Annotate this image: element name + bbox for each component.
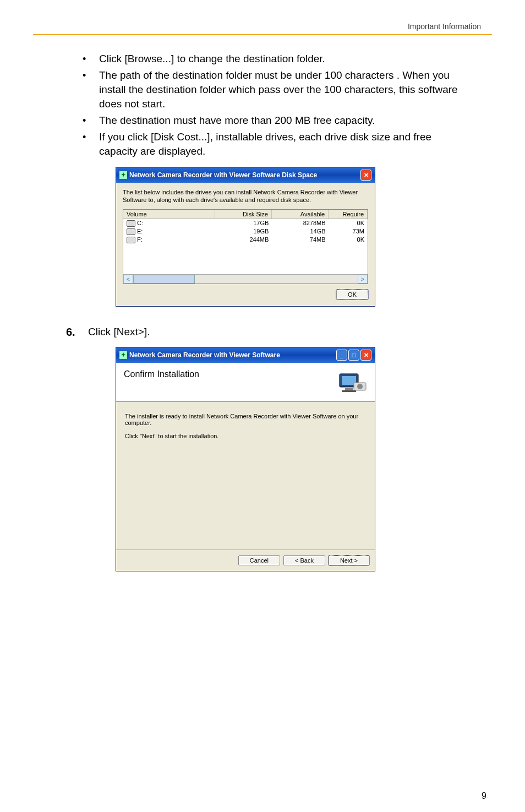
bullet-text: The path of the destination folder must … bbox=[99, 68, 470, 111]
install-next-text: Click "Next" to start the installation. bbox=[125, 433, 366, 439]
bullet-marker: • bbox=[83, 130, 99, 159]
confirm-install-dialog: ✦ Network Camera Recorder with Viewer So… bbox=[116, 347, 375, 571]
install-ready-text: The installer is ready to install Networ… bbox=[125, 413, 366, 426]
cell-size: 17GB bbox=[215, 219, 272, 227]
next-button[interactable]: Next > bbox=[329, 555, 369, 565]
cell-size: 19GB bbox=[215, 227, 272, 236]
cell-avail: 74MB bbox=[272, 236, 329, 244]
listview-header: Volume Disk Size Available Require bbox=[123, 210, 368, 219]
cell-avail: 8278MB bbox=[272, 219, 329, 227]
disk-space-dialog: ✦ Network Camera Recorder with Viewer So… bbox=[116, 167, 375, 307]
bullet-item: • The path of the destination folder mus… bbox=[83, 68, 470, 111]
page-number: 9 bbox=[482, 791, 486, 801]
dialog-title: Network Camera Recorder with Viewer Soft… bbox=[129, 351, 280, 359]
bullet-marker: • bbox=[83, 113, 99, 128]
cell-size: 244MB bbox=[215, 236, 272, 244]
table-row[interactable]: C: 17GB 8278MB 0K bbox=[123, 219, 368, 227]
bullet-text: Click [Browse...] to change the destinat… bbox=[99, 52, 470, 66]
bullet-item: • If you click [Disk Cost...], installab… bbox=[83, 130, 470, 159]
maximize-icon[interactable]: □ bbox=[348, 350, 359, 361]
scroll-track[interactable] bbox=[195, 275, 358, 284]
listview-empty-area bbox=[123, 244, 368, 274]
cell-req: 0K bbox=[329, 236, 368, 244]
close-icon[interactable]: ✕ bbox=[360, 350, 371, 361]
scroll-right-icon[interactable]: > bbox=[358, 275, 368, 284]
dialog-heading: Confirm Installation bbox=[124, 369, 199, 379]
drive-icon bbox=[127, 237, 135, 243]
scroll-thumb[interactable] bbox=[133, 275, 195, 284]
scroll-left-icon[interactable]: < bbox=[123, 275, 133, 284]
app-icon: ✦ bbox=[119, 171, 127, 179]
cell-volume: C: bbox=[137, 220, 143, 226]
bullet-marker: • bbox=[83, 68, 99, 111]
cell-req: 73M bbox=[329, 227, 368, 236]
header-divider bbox=[33, 34, 492, 35]
titlebar[interactable]: ✦ Network Camera Recorder with Viewer So… bbox=[116, 347, 375, 363]
bullet-marker: • bbox=[83, 52, 99, 66]
dialog-empty-area bbox=[125, 439, 366, 544]
installer-art-icon bbox=[336, 369, 367, 395]
bullet-item: • Click [Browse...] to change the destin… bbox=[83, 52, 470, 66]
drive-listview[interactable]: Volume Disk Size Available Require C: 17… bbox=[123, 209, 368, 284]
dialog-title: Network Camera Recorder with Viewer Soft… bbox=[129, 171, 317, 179]
dialog-description: The list below includes the drives you c… bbox=[123, 188, 368, 204]
bullet-item: • The destination must have more than 20… bbox=[83, 113, 470, 128]
col-volume[interactable]: Volume bbox=[123, 210, 215, 219]
page-header-section: Important Information bbox=[33, 22, 492, 31]
svg-rect-2 bbox=[345, 388, 353, 390]
horizontal-scrollbar[interactable]: < > bbox=[123, 274, 368, 284]
bullet-text: The destination must have more than 200 … bbox=[99, 113, 470, 128]
drive-icon bbox=[127, 228, 135, 235]
table-row[interactable]: E: 19GB 14GB 73M bbox=[123, 227, 368, 236]
dialog-button-row: Cancel < Back Next > bbox=[116, 549, 375, 571]
col-disksize[interactable]: Disk Size bbox=[215, 210, 272, 219]
dialog-banner: Confirm Installation bbox=[116, 363, 375, 402]
ok-button[interactable]: OK bbox=[336, 290, 368, 299]
col-required[interactable]: Require bbox=[329, 210, 368, 219]
bullet-list: • Click [Browse...] to change the destin… bbox=[83, 52, 470, 159]
step-instruction: Click [Next>]. bbox=[88, 326, 150, 339]
app-icon: ✦ bbox=[119, 351, 127, 359]
titlebar[interactable]: ✦ Network Camera Recorder with Viewer So… bbox=[116, 167, 375, 183]
step-number: 6. bbox=[66, 326, 88, 339]
svg-point-5 bbox=[357, 384, 363, 389]
back-button[interactable]: < Back bbox=[283, 555, 325, 565]
col-available[interactable]: Available bbox=[272, 210, 329, 219]
cell-volume: F: bbox=[137, 236, 143, 243]
cell-req: 0K bbox=[329, 219, 368, 227]
table-row[interactable]: F: 244MB 74MB 0K bbox=[123, 236, 368, 244]
svg-rect-3 bbox=[342, 390, 356, 392]
cell-volume: E: bbox=[137, 228, 143, 235]
step-6: 6. Click [Next>]. bbox=[66, 326, 492, 339]
drive-icon bbox=[127, 220, 135, 227]
minimize-icon[interactable]: _ bbox=[336, 350, 347, 361]
bullet-text: If you click [Disk Cost...], installable… bbox=[99, 130, 470, 159]
close-icon[interactable]: ✕ bbox=[360, 170, 371, 181]
cancel-button[interactable]: Cancel bbox=[238, 555, 280, 565]
cell-avail: 14GB bbox=[272, 227, 329, 236]
